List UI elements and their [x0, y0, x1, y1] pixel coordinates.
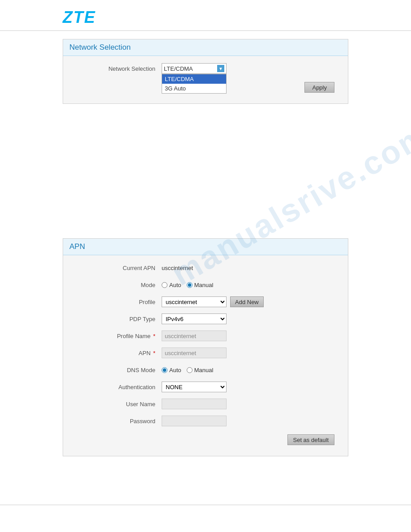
- profile-name-input[interactable]: [162, 330, 227, 341]
- dns-auto-option[interactable]: Auto: [162, 367, 181, 373]
- network-option-3g-auto[interactable]: 3G Auto: [162, 84, 226, 93]
- network-selection-panel: Network Selection Network Selection LTE/…: [63, 39, 348, 104]
- zte-logo: ZTE: [63, 8, 96, 26]
- apn-field-label: APN *: [72, 350, 162, 356]
- username-row: User Name: [72, 398, 339, 410]
- dns-mode-row: DNS Mode Auto Manual: [72, 364, 339, 376]
- footer-line: [0, 505, 411, 505]
- pdp-type-label: PDP Type: [72, 316, 162, 322]
- apn-panel: APN Current APN usccinternet Mode Auto: [63, 238, 348, 456]
- password-control: [162, 416, 227, 426]
- authentication-row: Authentication NONE: [72, 381, 339, 393]
- mode-radio-group: Auto Manual: [162, 282, 213, 288]
- authentication-label: Authentication: [72, 384, 162, 390]
- profile-name-required: *: [151, 333, 155, 339]
- apply-button[interactable]: Apply: [304, 82, 334, 93]
- profile-row: Profile usccinternet Add New: [72, 296, 339, 308]
- current-apn-value-area: usccinternet: [162, 265, 193, 271]
- profile-name-row: Profile Name *: [72, 330, 339, 342]
- network-selection-body: Network Selection LTE/CDMA ▼ LTE/CDMA 3G…: [63, 56, 348, 103]
- network-selection-row: Network Selection LTE/CDMA ▼ LTE/CDMA 3G…: [72, 62, 339, 75]
- network-selection-label: Network Selection: [72, 65, 162, 72]
- network-selection-dropdown-display[interactable]: LTE/CDMA ▼: [162, 63, 227, 74]
- profile-control: usccinternet Add New: [162, 296, 264, 307]
- username-label: User Name: [72, 401, 162, 408]
- password-input[interactable]: [162, 416, 227, 426]
- mode-row: Mode Auto Manual: [72, 279, 339, 291]
- password-label: Password: [72, 418, 162, 425]
- mode-auto-option[interactable]: Auto: [162, 282, 181, 288]
- dns-mode-radio-group: Auto Manual: [162, 367, 213, 373]
- network-option-lte-cdma[interactable]: LTE/CDMA: [162, 74, 226, 84]
- apn-title: APN: [69, 242, 85, 251]
- dns-auto-label: Auto: [169, 367, 181, 373]
- apn-required: *: [151, 350, 155, 356]
- pdp-type-row: PDP Type IPv4v6: [72, 313, 339, 325]
- apn-input[interactable]: [162, 348, 227, 358]
- apn-control: [162, 348, 227, 358]
- network-selection-dropdown-container[interactable]: LTE/CDMA ▼ LTE/CDMA 3G Auto: [162, 63, 227, 74]
- profile-name-control: [162, 330, 227, 341]
- apn-row: APN *: [72, 347, 339, 359]
- authentication-control: NONE: [162, 382, 227, 392]
- network-selection-dropdown-list: LTE/CDMA 3G Auto: [162, 74, 227, 94]
- dns-mode-control: Auto Manual: [162, 367, 213, 373]
- apn-header: APN: [63, 239, 348, 255]
- username-input[interactable]: [162, 399, 227, 409]
- header: ZTE: [0, 0, 411, 31]
- network-selection-selected-value: LTE/CDMA: [164, 65, 193, 72]
- network-selection-title: Network Selection: [69, 43, 131, 51]
- dropdown-arrow-icon: ▼: [217, 65, 224, 72]
- pdp-type-control: IPv4v6: [162, 313, 227, 324]
- dns-mode-label: DNS Mode: [72, 367, 162, 373]
- profile-name-label: Profile Name *: [72, 333, 162, 339]
- dns-manual-option[interactable]: Manual: [187, 367, 214, 373]
- mode-manual-label: Manual: [194, 282, 214, 288]
- set-default-button[interactable]: Set as default: [287, 434, 335, 445]
- pdp-type-select[interactable]: IPv4v6: [162, 313, 227, 324]
- network-selection-control: LTE/CDMA ▼ LTE/CDMA 3G Auto: [162, 63, 227, 74]
- mode-auto-label: Auto: [169, 282, 181, 288]
- password-row: Password: [72, 415, 339, 427]
- current-apn-row: Current APN usccinternet: [72, 262, 339, 274]
- dns-manual-label: Manual: [194, 367, 214, 373]
- mode-manual-radio[interactable]: [187, 282, 193, 288]
- profile-select[interactable]: usccinternet: [162, 296, 227, 307]
- dns-manual-radio[interactable]: [187, 367, 193, 373]
- authentication-select[interactable]: NONE: [162, 382, 227, 392]
- current-apn-value: usccinternet: [162, 265, 193, 271]
- mode-control: Auto Manual: [162, 282, 213, 288]
- username-control: [162, 399, 227, 409]
- apn-body: Current APN usccinternet Mode Auto Manua…: [63, 255, 348, 456]
- profile-label: Profile: [72, 299, 162, 305]
- set-default-row: Set as default: [72, 432, 339, 450]
- mode-manual-option[interactable]: Manual: [187, 282, 214, 288]
- add-new-button[interactable]: Add New: [230, 296, 264, 307]
- mode-label: Mode: [72, 282, 162, 288]
- mode-auto-radio[interactable]: [162, 282, 167, 288]
- current-apn-label: Current APN: [72, 265, 162, 271]
- network-selection-header: Network Selection: [63, 39, 348, 56]
- dns-auto-radio[interactable]: [162, 367, 167, 373]
